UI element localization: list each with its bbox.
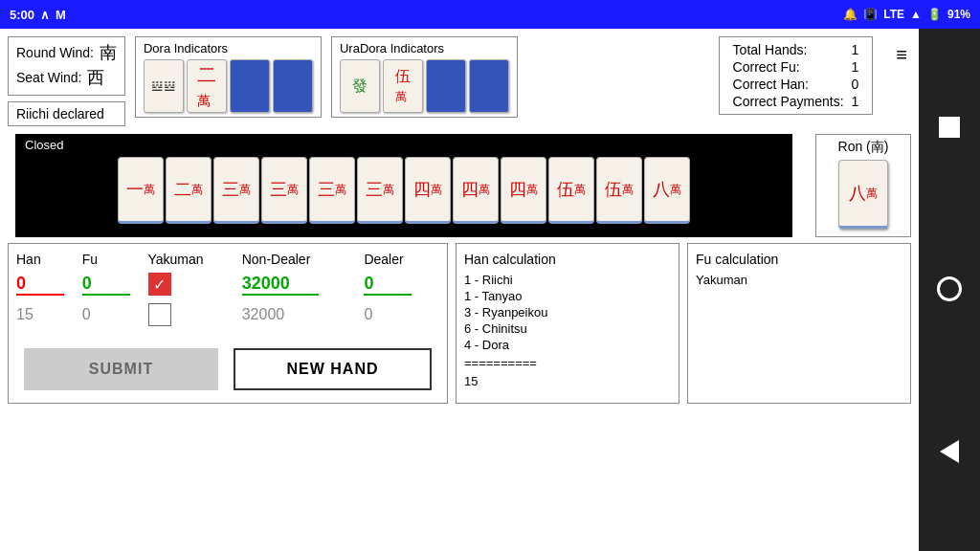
status-left: 5:00 ∧ M <box>10 8 66 22</box>
submit-button[interactable]: SUBMIT <box>24 348 218 390</box>
closed-tiles: 一萬 二萬 三萬 三萬 三萬 三萬 四萬 四萬 四萬 伍萬 伍萬 八萬 <box>118 157 690 231</box>
calc-row1: ✓ <box>16 273 439 296</box>
time-display: 5:00 <box>10 8 34 22</box>
right-sidebar <box>919 29 980 551</box>
uradora-indicators-box: UraDora Indicators 發 伍萬 <box>331 36 518 118</box>
dora-title: Dora Indicators <box>144 41 313 55</box>
alarm-icon: 🔔 <box>843 8 858 21</box>
han-ref: 15 <box>16 306 82 323</box>
correct-han-label: Correct Han: <box>729 76 848 93</box>
han-item-2: 1 - Tanyao <box>464 289 671 303</box>
tile-7: 四萬 <box>405 157 451 224</box>
new-hand-button[interactable]: NEW HAND <box>234 348 432 390</box>
yakuman-checkbox[interactable]: ✓ <box>148 273 171 296</box>
dora-tile-1: 𝍑𝍑 <box>144 59 184 113</box>
han-total: 15 <box>464 374 671 388</box>
hamburger-menu[interactable]: ≡ <box>892 40 911 70</box>
dealer-ref: 0 <box>364 306 439 323</box>
seat-wind-char: 西 <box>87 66 104 89</box>
dealer-cell <box>364 274 439 296</box>
ron-box: Ron (南) 八萬 <box>815 134 911 237</box>
calc-area: Han Fu Yakuman Non-Dealer Dealer ✓ <box>8 243 448 404</box>
tile-1: 一萬 <box>118 157 164 224</box>
correct-fu-label: Correct Fu: <box>729 58 848 76</box>
dora-tile-3 <box>230 59 270 113</box>
closed-label: Closed <box>25 138 63 152</box>
calc-headers: Han Fu Yakuman Non-Dealer Dealer <box>16 252 439 267</box>
vibrate-icon: 📳 <box>863 8 878 21</box>
wind-riichi-container: Round Wind: 南 Seat Wind: 西 Riichi declar… <box>8 36 125 126</box>
battery-percent: 91% <box>947 8 970 21</box>
han-item-1: 1 - Riichi <box>464 273 671 287</box>
correct-payments-label: Correct Payments: <box>729 93 848 110</box>
tile-10: 伍萬 <box>548 157 594 224</box>
status-bar: 5:00 ∧ M 🔔 📳 LTE ▲ 🔋 91% <box>0 0 980 29</box>
yakuman-ref-checkbox <box>148 303 171 326</box>
uradora-title: UraDora Indicators <box>340 41 509 55</box>
yakuman-ref-cell <box>148 303 242 326</box>
battery-icon: 🔋 <box>927 8 942 21</box>
rb-circle-icon <box>937 276 962 301</box>
non-dealer-cell <box>242 274 365 296</box>
rb-triangle-icon <box>940 440 959 463</box>
wind-box: Round Wind: 南 Seat Wind: 西 <box>8 36 125 96</box>
han-item-4: 6 - Chinitsu <box>464 321 671 336</box>
tile-4: 三萬 <box>261 157 307 224</box>
signal-icon: ▲ <box>910 8 922 21</box>
round-wind-label: Round Wind: <box>16 45 94 60</box>
yakuman-header: Yakuman <box>148 252 242 267</box>
fu-yakuman-label: Yakuman <box>696 273 902 287</box>
tile-11: 伍萬 <box>596 157 642 224</box>
fu-calc-title: Fu calculation <box>696 252 902 267</box>
han-cell <box>16 274 82 296</box>
han-header: Han <box>16 252 82 267</box>
han-item-3: 3 - Ryanpeikou <box>464 305 671 320</box>
round-wind-row: Round Wind: 南 <box>16 41 117 64</box>
tile-2: 二萬 <box>166 157 212 224</box>
tiles-section: Closed 一萬 二萬 三萬 三萬 三萬 三萬 四萬 四萬 四萬 伍萬 伍萬 … <box>8 134 911 237</box>
fu-header: Fu <box>82 252 148 267</box>
correct-han-value: 0 <box>848 76 863 93</box>
bottom-section: SUBMIT NEW HAND <box>16 342 439 395</box>
uradore-tile-3 <box>426 59 466 113</box>
han-divider: ========== <box>464 356 671 370</box>
riichi-box: Riichi declared <box>8 101 125 126</box>
seat-wind-row: Seat Wind: 西 <box>16 66 117 89</box>
uradora-tiles-row: 發 伍萬 <box>340 59 509 113</box>
fu-cell <box>82 274 148 296</box>
rb-square-icon <box>939 117 960 138</box>
uradora-tile-2: 伍萬 <box>383 59 423 113</box>
uradore-tile-4 <box>469 59 509 113</box>
stats-box: Total Hands: 1 Correct Fu: 1 Correct Han… <box>719 36 874 115</box>
non-dealer-input[interactable] <box>242 274 319 296</box>
dealer-header: Dealer <box>364 252 439 267</box>
tile-5: 三萬 <box>309 157 355 224</box>
correct-payments-value: 1 <box>848 93 863 110</box>
total-hands-label: Total Hands: <box>729 41 848 58</box>
correct-fu-value: 1 <box>848 58 863 76</box>
round-wind-char: 南 <box>100 41 117 64</box>
dealer-input[interactable] <box>364 274 412 296</box>
middle-section: Han Fu Yakuman Non-Dealer Dealer ✓ <box>0 237 919 409</box>
fu-input[interactable] <box>82 274 130 296</box>
status-right: 🔔 📳 LTE ▲ 🔋 91% <box>843 8 970 21</box>
han-item-5: 4 - Dora <box>464 338 671 352</box>
uradore-tile-1: 發 <box>340 59 380 113</box>
seat-wind-label: Seat Wind: <box>16 70 81 85</box>
riichi-label: Riichi declared <box>16 106 104 121</box>
han-calc-title: Han calculation <box>464 252 671 267</box>
main-content: Round Wind: 南 Seat Wind: 西 Riichi declar… <box>0 29 919 551</box>
network-icon-2: M <box>56 8 66 22</box>
dora-indicators-box: Dora Indicators 𝍑𝍑 二萬 <box>135 36 322 118</box>
han-input[interactable] <box>16 274 64 296</box>
han-calc-box: Han calculation 1 - Riichi 1 - Tanyao 3 … <box>456 243 679 404</box>
tile-9: 四萬 <box>501 157 546 224</box>
top-section: Round Wind: 南 Seat Wind: 西 Riichi declar… <box>0 29 919 134</box>
tile-3: 三萬 <box>213 157 259 224</box>
tile-12: 八萬 <box>644 157 690 224</box>
tile-8: 四萬 <box>453 157 499 224</box>
non-dealer-header: Non-Dealer <box>242 252 365 267</box>
ron-tile: 八萬 <box>838 160 888 229</box>
dora-tile-2: 二萬 <box>187 59 227 113</box>
ron-label: Ron (南) <box>838 139 889 156</box>
